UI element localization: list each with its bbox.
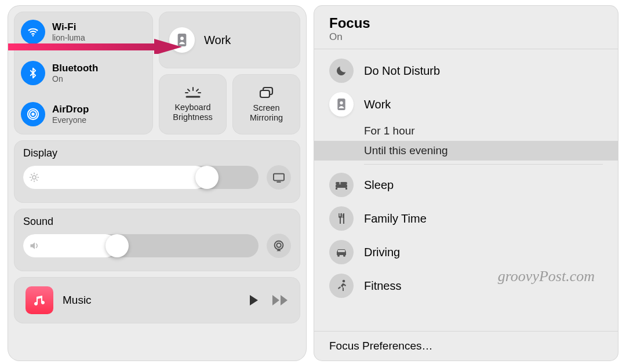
sound-title: Sound	[23, 216, 53, 228]
bluetooth-sub: On	[52, 74, 98, 83]
airdrop-label: AirDrop	[52, 104, 89, 115]
focus-mode-label: Family Time	[364, 212, 427, 225]
moon-icon	[329, 59, 354, 83]
focus-mode-sleep[interactable]: Sleep	[314, 168, 618, 202]
svg-line-20	[31, 180, 32, 180]
focus-mode-family[interactable]: Family Time	[314, 202, 618, 235]
screen-mirroring-label: Screen Mirroring	[236, 103, 297, 122]
focus-mode-label: Fitness	[364, 279, 401, 293]
volume-low-icon	[29, 234, 41, 257]
focus-tile[interactable]: Work	[159, 12, 300, 68]
music-app-icon	[26, 286, 53, 314]
focus-state: On	[329, 31, 603, 43]
running-icon	[329, 274, 354, 298]
forward-icon[interactable]	[271, 294, 289, 307]
svg-point-1	[31, 112, 35, 116]
focus-mode-label: Do Not Disturb	[364, 64, 440, 78]
svg-rect-29	[336, 184, 347, 188]
wifi-sub: lion-luma	[52, 33, 85, 42]
focus-title: Focus	[329, 15, 603, 31]
wifi-icon	[21, 20, 45, 44]
control-center: Wi-Fi lion-luma Bluetooth On	[8, 6, 306, 361]
svg-line-19	[37, 180, 37, 180]
focus-mode-label: Sleep	[364, 179, 394, 192]
screen-mirroring-icon	[258, 86, 275, 100]
sound-slider[interactable]	[23, 234, 259, 257]
svg-point-0	[32, 35, 34, 37]
keyboard-brightness-icon	[184, 86, 202, 99]
wifi-label: Wi-Fi	[52, 21, 85, 33]
focus-mode-list: Do Not Disturb Work For 1 hour Until thi…	[314, 54, 618, 331]
bluetooth-label: Bluetooth	[52, 63, 98, 74]
badge-icon	[169, 27, 195, 53]
music-title: Music	[63, 294, 239, 307]
focus-mode-driving[interactable]: Driving	[314, 235, 618, 269]
focus-duration-1h[interactable]: For 1 hour	[314, 121, 618, 141]
airdrop-sub: Everyone	[52, 115, 89, 125]
svg-point-24	[275, 241, 283, 250]
music-card[interactable]: Music	[14, 277, 300, 323]
svg-rect-22	[274, 174, 284, 181]
brightness-low-icon	[29, 166, 39, 189]
airplay-audio-button[interactable]	[267, 234, 291, 258]
keyboard-brightness-tile[interactable]: Keyboard Brightness	[159, 74, 227, 134]
svg-rect-33	[345, 188, 347, 190]
focus-mode-label: Work	[364, 98, 391, 111]
svg-line-21	[37, 174, 37, 175]
bed-icon	[329, 173, 354, 197]
svg-line-7	[188, 89, 190, 91]
airdrop-toggle[interactable]: AirDrop Everyone	[21, 102, 146, 126]
display-options-button[interactable]	[267, 165, 291, 190]
focus-preferences-link[interactable]: Focus Preferences…	[314, 331, 618, 361]
svg-point-35	[343, 254, 345, 257]
svg-rect-30	[336, 182, 340, 184]
play-icon[interactable]	[248, 294, 260, 307]
focus-mode-fitness[interactable]: Fitness	[314, 269, 618, 303]
svg-point-37	[343, 280, 345, 283]
display-slider[interactable]	[23, 166, 259, 189]
focus-mode-work[interactable]: Work	[314, 88, 618, 121]
airdrop-icon	[21, 102, 45, 126]
bluetooth-toggle[interactable]: Bluetooth On	[21, 61, 146, 85]
car-icon	[329, 240, 354, 264]
badge-icon	[329, 92, 354, 117]
sound-card: Sound	[14, 209, 300, 271]
svg-rect-32	[336, 188, 337, 190]
svg-point-25	[276, 243, 281, 247]
fork-knife-icon	[329, 206, 354, 231]
screen-mirroring-tile[interactable]: Screen Mirroring	[232, 74, 300, 134]
focus-mode-label: Driving	[364, 246, 400, 259]
focus-mode-dnd[interactable]: Do Not Disturb	[314, 54, 618, 88]
svg-line-8	[196, 89, 198, 91]
svg-rect-31	[340, 182, 347, 184]
svg-point-28	[340, 101, 343, 104]
keyboard-brightness-label: Keyboard Brightness	[162, 103, 223, 122]
bluetooth-icon	[21, 61, 45, 85]
connectivity-card: Wi-Fi lion-luma Bluetooth On	[14, 12, 153, 134]
svg-line-18	[31, 174, 32, 175]
focus-panel: Focus On Do Not Disturb Work For 1 hour …	[314, 6, 618, 361]
focus-duration-evening[interactable]: Until this evening	[314, 141, 618, 161]
svg-rect-36	[338, 250, 345, 252]
svg-point-34	[337, 254, 340, 257]
wifi-toggle[interactable]: Wi-Fi lion-luma	[21, 20, 146, 44]
focus-tile-label: Work	[204, 34, 231, 47]
display-title: Display	[23, 147, 57, 159]
svg-rect-12	[260, 90, 270, 97]
svg-point-5	[180, 37, 184, 40]
svg-point-13	[32, 176, 36, 179]
display-card: Display	[14, 140, 300, 203]
